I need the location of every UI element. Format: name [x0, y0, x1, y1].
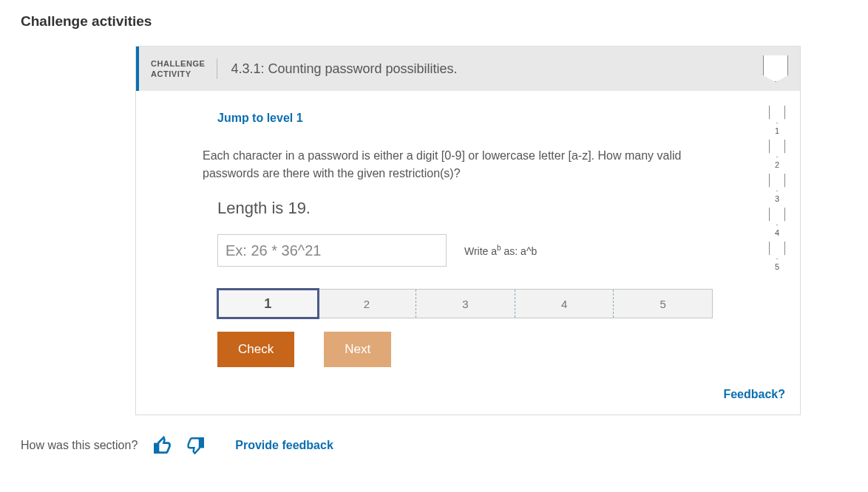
level-shield-1[interactable]: 1 — [769, 106, 785, 135]
level-num: 4 — [775, 228, 779, 237]
step-5[interactable]: 5 — [614, 290, 712, 318]
shield-icon — [769, 174, 785, 191]
level-num: 5 — [775, 262, 779, 271]
hint-suffix: as: a^b — [501, 245, 538, 257]
level-shield-3[interactable]: 3 — [769, 174, 785, 203]
level-shield-4[interactable]: 4 — [769, 208, 785, 237]
page-title: Challenge activities — [21, 13, 847, 30]
shield-icon — [769, 106, 785, 123]
shield-icon — [769, 140, 785, 157]
provide-feedback-link[interactable]: Provide feedback — [235, 439, 333, 452]
challenge-label: CHALLENGE ACTIVITY — [151, 58, 217, 80]
feedback-link[interactable]: Feedback? — [723, 388, 785, 400]
challenge-label-line1: CHALLENGE — [151, 58, 205, 69]
level-num: 2 — [775, 160, 779, 169]
length-text: Length is 19. — [217, 199, 713, 218]
shield-icon — [769, 208, 785, 225]
level-num: 1 — [775, 126, 779, 135]
next-button[interactable]: Next — [324, 332, 391, 367]
button-row: Check Next — [217, 332, 713, 367]
step-4[interactable]: 4 — [515, 290, 614, 318]
content-column: Jump to level 1 Each character in a pass… — [217, 112, 713, 367]
level-shield-5[interactable]: 5 — [769, 242, 785, 271]
card-body: Jump to level 1 Each character in a pass… — [136, 91, 800, 388]
input-row: Write ab as: a^b — [217, 234, 713, 267]
level-shields: 1 2 3 4 5 — [769, 106, 785, 271]
step-3[interactable]: 3 — [416, 290, 515, 318]
challenge-title: 4.3.1: Counting password possibilities. — [231, 61, 457, 77]
step-1[interactable]: 1 — [217, 288, 319, 319]
jump-to-level-link[interactable]: Jump to level 1 — [217, 112, 303, 125]
level-shield-2[interactable]: 2 — [769, 140, 785, 169]
answer-input[interactable] — [217, 234, 447, 267]
prompt-text: Each character in a password is either a… — [203, 147, 713, 182]
feedback-link-row: Feedback? — [136, 388, 800, 414]
hint-prefix: Write a — [464, 245, 497, 257]
footer-row: How was this section? Provide feedback — [21, 436, 847, 455]
level-stepper: 1 2 3 4 5 — [217, 289, 713, 318]
hint-text: Write ab as: a^b — [464, 244, 537, 257]
check-button[interactable]: Check — [217, 332, 294, 367]
level-num: 3 — [775, 194, 779, 203]
card-header: CHALLENGE ACTIVITY 4.3.1: Counting passw… — [136, 47, 800, 91]
thumbs-up-icon[interactable] — [152, 436, 172, 455]
step-2[interactable]: 2 — [318, 290, 417, 318]
thumbs-down-icon[interactable] — [186, 436, 206, 455]
shield-icon — [763, 55, 788, 82]
shield-icon — [769, 242, 785, 259]
challenge-card: CHALLENGE ACTIVITY 4.3.1: Counting passw… — [135, 46, 801, 415]
challenge-label-line2: ACTIVITY — [151, 69, 205, 79]
footer-question: How was this section? — [21, 439, 138, 452]
